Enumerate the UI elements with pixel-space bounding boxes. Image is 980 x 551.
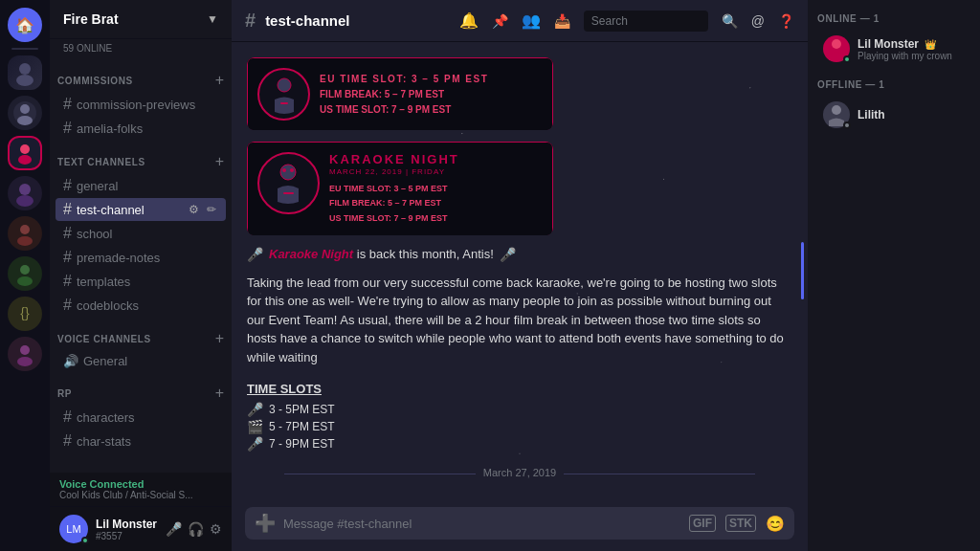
svg-rect-21 bbox=[283, 192, 294, 194]
at-icon[interactable]: @ bbox=[751, 13, 765, 29]
category-commissions-add[interactable]: + bbox=[215, 73, 224, 88]
user-controls: 🎤 🎧 ⚙ bbox=[166, 521, 222, 537]
emoji-button[interactable]: 😊 bbox=[766, 515, 785, 533]
channel-school[interactable]: # school bbox=[56, 222, 226, 245]
microphone-icon[interactable]: 🎤 bbox=[166, 521, 182, 537]
announcement-body: Taking the lead from our very successful… bbox=[247, 268, 792, 373]
svg-point-7 bbox=[19, 184, 31, 195]
server-icon-1[interactable] bbox=[8, 55, 42, 90]
channel-label: premade-notes bbox=[77, 251, 218, 265]
server-name: Fire Brat bbox=[63, 11, 119, 27]
svg-text:{}: {} bbox=[20, 305, 30, 320]
message-input[interactable] bbox=[283, 517, 681, 531]
channel-header-name: test-channel bbox=[265, 12, 349, 29]
channel-hash-icon: # bbox=[63, 120, 72, 137]
server-icon-3[interactable] bbox=[8, 136, 42, 170]
svg-point-9 bbox=[20, 225, 30, 234]
settings-icon[interactable]: ⚙ bbox=[210, 521, 222, 537]
slot-icon-2: 🎬 bbox=[247, 419, 263, 434]
channels-list: COMMISSIONS + # commission-previews # am… bbox=[50, 59, 232, 473]
member-name-lilith: Lilith bbox=[858, 108, 965, 121]
server-icon-4[interactable] bbox=[8, 176, 42, 210]
channel-header-actions: 🔔 📌 👥 📥 🔍 @ ❓ bbox=[459, 11, 794, 32]
category-commissions[interactable]: COMMISSIONS + bbox=[50, 59, 232, 92]
category-voice-add[interactable]: + bbox=[215, 331, 224, 346]
channel-test-channel[interactable]: # test-channel ⚙ ✏ bbox=[56, 198, 226, 221]
time-slot-1: 🎤 3 - 5PM EST bbox=[247, 402, 792, 417]
right-sidebar: ONLINE — 1 Lil Monster 👑 Playing with my… bbox=[808, 0, 980, 551]
messages-area[interactable]: EU TIME SLOT: 3 – 5 PM EST FILM BREAK: 5… bbox=[232, 42, 808, 499]
headphones-icon[interactable]: 🎧 bbox=[188, 521, 204, 537]
channel-edit-icon[interactable]: ✏ bbox=[205, 201, 218, 218]
channel-hash-icon: # bbox=[63, 408, 72, 426]
sticker-button[interactable]: STK bbox=[725, 515, 756, 532]
channel-settings-icon[interactable]: ⚙ bbox=[187, 201, 201, 218]
online-count: 59 ONLINE bbox=[50, 39, 232, 59]
server-list: 🏠 {} bbox=[0, 0, 50, 551]
category-rp[interactable]: RP + bbox=[50, 372, 232, 405]
channel-general[interactable]: # general bbox=[56, 174, 226, 197]
search-icon[interactable]: 🔍 bbox=[722, 13, 738, 29]
channel-label: commission-previews bbox=[77, 98, 218, 112]
member-lil-monster[interactable]: Lil Monster 👑 Playing with my crown bbox=[817, 32, 970, 66]
category-text-add[interactable]: + bbox=[215, 154, 224, 169]
svg-point-8 bbox=[16, 195, 33, 207]
inbox-icon[interactable]: 📥 bbox=[554, 13, 570, 29]
channel-label: school bbox=[77, 227, 218, 241]
channel-commission-previews[interactable]: # commission-previews bbox=[56, 93, 226, 116]
server-icon-7[interactable]: {} bbox=[8, 297, 42, 331]
member-lilith[interactable]: Lilith bbox=[817, 98, 970, 132]
channel-premade-notes[interactable]: # premade-notes bbox=[56, 246, 226, 269]
channel-label: general bbox=[77, 179, 218, 193]
scroll-indicator[interactable] bbox=[801, 242, 804, 299]
user-discriminator: #3557 bbox=[96, 531, 158, 541]
category-text-channels[interactable]: TEXT CHANNELS + bbox=[50, 141, 232, 173]
search-input[interactable] bbox=[584, 11, 708, 32]
user-avatar: LM bbox=[59, 515, 88, 543]
channel-codeblocks[interactable]: # codeblocks bbox=[56, 294, 226, 317]
channel-hash-icon: # bbox=[63, 177, 72, 194]
message-input-right: GIF STK 😊 bbox=[689, 515, 785, 533]
category-rp-add[interactable]: + bbox=[215, 386, 224, 401]
channel-char-stats[interactable]: # char-stats bbox=[56, 430, 226, 452]
svg-point-18 bbox=[280, 165, 296, 180]
member-status-dot-offline bbox=[843, 121, 851, 129]
server-icon-home[interactable]: 🏠 bbox=[8, 8, 42, 42]
gif-button[interactable]: GIF bbox=[689, 515, 716, 532]
notification-bell-icon[interactable]: 🔔 bbox=[459, 11, 479, 30]
channel-hash-icon: # bbox=[63, 297, 72, 314]
svg-point-12 bbox=[17, 276, 33, 286]
channel-templates[interactable]: # templates bbox=[56, 270, 226, 293]
members-icon[interactable]: 👥 bbox=[522, 11, 541, 30]
sidebar: Fire Brat ▼ 59 ONLINE COMMISSIONS + # co… bbox=[50, 0, 232, 551]
voice-connected-label: Voice Connected bbox=[59, 478, 222, 490]
message-input-area: ➕ GIF STK 😊 bbox=[232, 499, 808, 551]
crown-icon: 👑 bbox=[924, 39, 936, 50]
svg-point-0 bbox=[19, 63, 31, 75]
svg-point-23 bbox=[832, 105, 841, 115]
online-section-title: ONLINE — 1 bbox=[817, 13, 970, 24]
svg-point-19 bbox=[282, 168, 286, 172]
sidebar-server-header[interactable]: Fire Brat ▼ bbox=[50, 0, 232, 39]
channel-label: amelia-folks bbox=[77, 121, 218, 136]
member-avatar-lil-monster bbox=[823, 35, 850, 62]
pin-icon[interactable]: 📌 bbox=[492, 13, 508, 29]
server-icon-8[interactable] bbox=[8, 337, 42, 371]
channel-label: General bbox=[83, 354, 218, 368]
channel-amelia-folks[interactable]: # amelia-folks bbox=[56, 117, 226, 140]
server-icon-2[interactable] bbox=[8, 96, 42, 130]
server-list-divider bbox=[11, 48, 38, 50]
channel-label: test-channel bbox=[77, 203, 187, 217]
channel-voice-general[interactable]: 🔊 General bbox=[56, 351, 226, 371]
karaoke-subtitle: MARCH 22, 2019 | FRIDAY bbox=[329, 167, 543, 176]
svg-point-20 bbox=[290, 168, 294, 172]
slot-icon-3: 🎤 bbox=[247, 436, 263, 452]
add-attachment-icon[interactable]: ➕ bbox=[255, 513, 276, 534]
sidebar-bottom: Voice Connected Cool Kids Club / Anti-So… bbox=[50, 473, 232, 551]
server-icon-5[interactable] bbox=[8, 216, 42, 251]
karaoke-title: KARAOKE NIGHT bbox=[329, 152, 543, 166]
category-voice-channels[interactable]: VOICE CHANNELS + bbox=[50, 318, 232, 350]
channel-characters[interactable]: # characters bbox=[56, 406, 226, 429]
server-icon-6[interactable] bbox=[8, 256, 42, 291]
help-icon[interactable]: ❓ bbox=[778, 13, 794, 29]
